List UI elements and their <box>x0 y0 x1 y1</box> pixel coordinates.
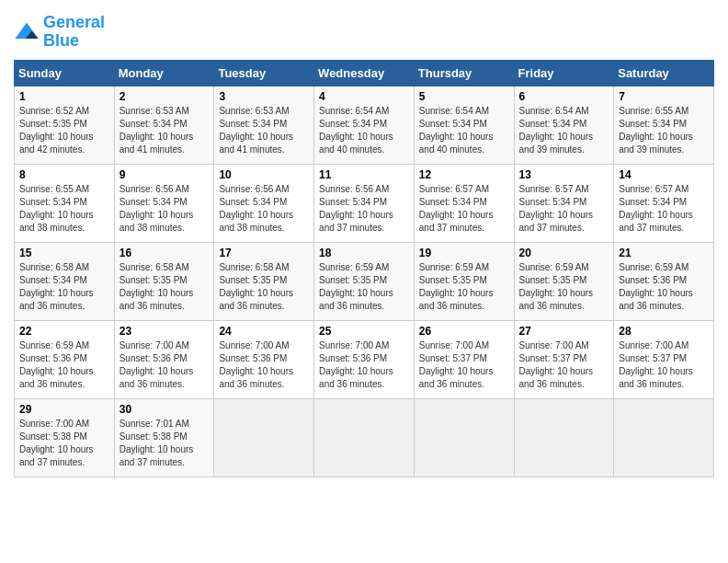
calendar-cell: 8 Sunrise: 6:55 AM Sunset: 5:34 PM Dayli… <box>15 164 115 242</box>
day-number: 1 <box>19 90 109 103</box>
day-detail: Sunrise: 6:55 AM Sunset: 5:34 PM Dayligh… <box>619 105 709 156</box>
calendar-header-row: SundayMondayTuesdayWednesdayThursdayFrid… <box>15 60 714 86</box>
calendar-cell: 5 Sunrise: 6:54 AM Sunset: 5:34 PM Dayli… <box>414 86 514 164</box>
calendar-cell: 29 Sunrise: 7:00 AM Sunset: 5:38 PM Dayl… <box>15 398 115 477</box>
calendar-week-row: 15 Sunrise: 6:58 AM Sunset: 5:34 PM Dayl… <box>15 242 714 320</box>
day-detail: Sunrise: 6:59 AM Sunset: 5:35 PM Dayligh… <box>419 261 509 313</box>
calendar-cell: 1 Sunrise: 6:52 AM Sunset: 5:35 PM Dayli… <box>15 86 115 164</box>
day-number: 24 <box>219 325 309 338</box>
day-detail: Sunrise: 6:59 AM Sunset: 5:35 PM Dayligh… <box>319 261 409 313</box>
calendar-cell: 18 Sunrise: 6:59 AM Sunset: 5:35 PM Dayl… <box>314 242 415 320</box>
day-number: 16 <box>119 247 210 259</box>
calendar-cell: 10 Sunrise: 6:56 AM Sunset: 5:34 PM Dayl… <box>214 164 314 242</box>
weekday-header-sunday: Sunday <box>15 60 115 86</box>
day-number: 13 <box>519 168 609 181</box>
calendar-cell: 16 Sunrise: 6:58 AM Sunset: 5:35 PM Dayl… <box>114 242 214 320</box>
day-number: 29 <box>19 403 109 416</box>
calendar-cell: 14 Sunrise: 6:57 AM Sunset: 5:34 PM Dayl… <box>614 164 714 242</box>
day-detail: Sunrise: 6:56 AM Sunset: 5:34 PM Dayligh… <box>319 183 409 235</box>
calendar-cell: 2 Sunrise: 6:53 AM Sunset: 5:34 PM Dayli… <box>114 86 214 164</box>
day-detail: Sunrise: 6:54 AM Sunset: 5:34 PM Dayligh… <box>519 105 609 156</box>
day-detail: Sunrise: 7:00 AM Sunset: 5:38 PM Dayligh… <box>19 418 109 469</box>
day-detail: Sunrise: 6:58 AM Sunset: 5:34 PM Dayligh… <box>19 261 109 313</box>
logo: General Blue <box>14 14 105 51</box>
day-number: 14 <box>619 168 709 181</box>
weekday-header-saturday: Saturday <box>614 60 714 86</box>
day-detail: Sunrise: 6:52 AM Sunset: 5:35 PM Dayligh… <box>19 105 109 156</box>
day-detail: Sunrise: 6:56 AM Sunset: 5:34 PM Dayligh… <box>119 183 210 235</box>
calendar-week-row: 22 Sunrise: 6:59 AM Sunset: 5:36 PM Dayl… <box>15 320 714 398</box>
day-detail: Sunrise: 6:54 AM Sunset: 5:34 PM Dayligh… <box>319 105 409 156</box>
calendar-cell: 24 Sunrise: 7:00 AM Sunset: 5:36 PM Dayl… <box>214 320 314 398</box>
day-number: 19 <box>419 247 509 259</box>
weekday-header-thursday: Thursday <box>414 60 514 86</box>
calendar-cell: 26 Sunrise: 7:00 AM Sunset: 5:37 PM Dayl… <box>414 320 514 398</box>
weekday-header-friday: Friday <box>514 60 614 86</box>
day-number: 18 <box>319 247 409 259</box>
day-detail: Sunrise: 6:53 AM Sunset: 5:34 PM Dayligh… <box>219 105 309 156</box>
day-number: 15 <box>19 247 109 259</box>
day-number: 27 <box>519 325 609 338</box>
day-number: 10 <box>219 168 309 181</box>
day-number: 22 <box>19 325 109 338</box>
calendar-cell: 23 Sunrise: 7:00 AM Sunset: 5:36 PM Dayl… <box>114 320 214 398</box>
day-detail: Sunrise: 7:00 AM Sunset: 5:37 PM Dayligh… <box>419 339 509 391</box>
day-number: 21 <box>619 247 709 259</box>
day-number: 11 <box>319 168 409 181</box>
calendar-cell: 13 Sunrise: 6:57 AM Sunset: 5:34 PM Dayl… <box>514 164 614 242</box>
day-detail: Sunrise: 6:57 AM Sunset: 5:34 PM Dayligh… <box>419 183 509 235</box>
day-number: 8 <box>19 168 109 181</box>
day-detail: Sunrise: 6:54 AM Sunset: 5:34 PM Dayligh… <box>419 105 509 156</box>
day-detail: Sunrise: 7:00 AM Sunset: 5:36 PM Dayligh… <box>219 339 309 391</box>
calendar-cell: 6 Sunrise: 6:54 AM Sunset: 5:34 PM Dayli… <box>514 86 614 164</box>
day-detail: Sunrise: 6:53 AM Sunset: 5:34 PM Dayligh… <box>119 105 210 156</box>
calendar-cell: 12 Sunrise: 6:57 AM Sunset: 5:34 PM Dayl… <box>414 164 514 242</box>
day-number: 23 <box>119 325 210 338</box>
calendar-week-row: 8 Sunrise: 6:55 AM Sunset: 5:34 PM Dayli… <box>15 164 714 242</box>
calendar-cell: 4 Sunrise: 6:54 AM Sunset: 5:34 PM Dayli… <box>314 86 415 164</box>
calendar-cell <box>314 398 415 477</box>
day-detail: Sunrise: 6:56 AM Sunset: 5:34 PM Dayligh… <box>219 183 309 235</box>
day-number: 25 <box>319 325 409 338</box>
calendar-cell: 15 Sunrise: 6:58 AM Sunset: 5:34 PM Dayl… <box>15 242 115 320</box>
calendar-week-row: 1 Sunrise: 6:52 AM Sunset: 5:35 PM Dayli… <box>15 86 714 164</box>
day-detail: Sunrise: 7:00 AM Sunset: 5:36 PM Dayligh… <box>319 339 409 391</box>
day-number: 7 <box>619 90 709 103</box>
calendar-cell: 17 Sunrise: 6:58 AM Sunset: 5:35 PM Dayl… <box>214 242 314 320</box>
weekday-header-tuesday: Tuesday <box>214 60 314 86</box>
day-detail: Sunrise: 6:57 AM Sunset: 5:34 PM Dayligh… <box>519 183 609 235</box>
calendar-cell: 28 Sunrise: 7:00 AM Sunset: 5:37 PM Dayl… <box>614 320 714 398</box>
calendar-cell: 27 Sunrise: 7:00 AM Sunset: 5:37 PM Dayl… <box>514 320 614 398</box>
calendar-cell: 20 Sunrise: 6:59 AM Sunset: 5:35 PM Dayl… <box>514 242 614 320</box>
calendar-cell: 9 Sunrise: 6:56 AM Sunset: 5:34 PM Dayli… <box>114 164 214 242</box>
day-detail: Sunrise: 7:01 AM Sunset: 5:38 PM Dayligh… <box>119 418 210 469</box>
calendar-table: SundayMondayTuesdayWednesdayThursdayFrid… <box>14 60 714 477</box>
day-number: 5 <box>419 90 509 103</box>
day-number: 6 <box>519 90 609 103</box>
day-number: 28 <box>619 325 709 338</box>
calendar-cell <box>514 398 614 477</box>
day-number: 20 <box>519 247 609 259</box>
day-detail: Sunrise: 6:59 AM Sunset: 5:36 PM Dayligh… <box>619 261 709 313</box>
calendar-cell <box>214 398 314 477</box>
day-detail: Sunrise: 6:59 AM Sunset: 5:36 PM Dayligh… <box>19 339 109 391</box>
day-detail: Sunrise: 6:55 AM Sunset: 5:34 PM Dayligh… <box>19 183 109 235</box>
calendar-cell: 3 Sunrise: 6:53 AM Sunset: 5:34 PM Dayli… <box>214 86 314 164</box>
day-number: 3 <box>219 90 309 103</box>
page-header: General Blue <box>14 14 714 51</box>
calendar-cell <box>614 398 714 477</box>
day-number: 2 <box>119 90 210 103</box>
calendar-cell <box>414 398 514 477</box>
calendar-cell: 19 Sunrise: 6:59 AM Sunset: 5:35 PM Dayl… <box>414 242 514 320</box>
calendar-cell: 21 Sunrise: 6:59 AM Sunset: 5:36 PM Dayl… <box>614 242 714 320</box>
calendar-cell: 22 Sunrise: 6:59 AM Sunset: 5:36 PM Dayl… <box>15 320 115 398</box>
weekday-header-monday: Monday <box>114 60 214 86</box>
day-number: 9 <box>119 168 210 181</box>
calendar-week-row: 29 Sunrise: 7:00 AM Sunset: 5:38 PM Dayl… <box>15 398 714 477</box>
calendar-cell: 11 Sunrise: 6:56 AM Sunset: 5:34 PM Dayl… <box>314 164 415 242</box>
day-detail: Sunrise: 6:58 AM Sunset: 5:35 PM Dayligh… <box>219 261 309 313</box>
day-number: 12 <box>419 168 509 181</box>
day-detail: Sunrise: 7:00 AM Sunset: 5:36 PM Dayligh… <box>119 339 210 391</box>
day-detail: Sunrise: 6:58 AM Sunset: 5:35 PM Dayligh… <box>119 261 210 313</box>
day-detail: Sunrise: 7:00 AM Sunset: 5:37 PM Dayligh… <box>519 339 609 391</box>
